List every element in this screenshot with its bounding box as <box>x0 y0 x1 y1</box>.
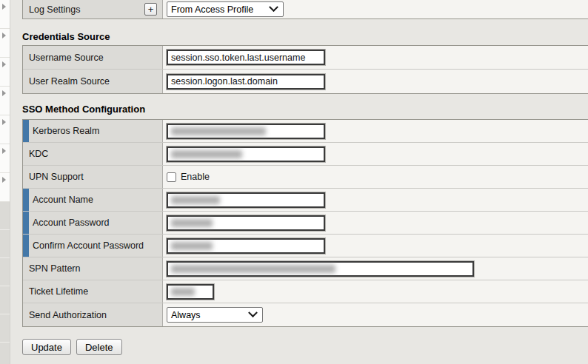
add-log-setting-button[interactable]: + <box>144 3 157 16</box>
confirm-account-password-label: Confirm Account Password <box>33 240 144 251</box>
upn-support-label-cell: UPN Support <box>23 166 163 188</box>
nav-item[interactable] <box>0 58 10 87</box>
confirm-account-password-value-cell <box>163 235 588 257</box>
nav-item[interactable] <box>0 343 10 364</box>
nav-expand-arrow-icon <box>2 119 6 125</box>
kdc-label: KDC <box>29 149 48 159</box>
send-authorization-row: Send Authorization Always <box>23 303 588 326</box>
ticket-lifetime-input[interactable] <box>167 284 214 300</box>
redacted-value <box>171 150 242 158</box>
username-source-label-cell: Username Source <box>23 46 163 69</box>
spn-pattern-label: SPN Pattern <box>29 263 80 274</box>
kdc-input[interactable] <box>167 146 325 162</box>
nav-item[interactable] <box>0 258 10 286</box>
ticket-lifetime-label: Ticket Lifetime <box>29 286 88 297</box>
kerberos-realm-label: Kerberos Realm <box>33 126 99 136</box>
account-name-label: Account Name <box>33 195 93 205</box>
enable-checkbox[interactable] <box>167 172 176 182</box>
nav-item[interactable] <box>0 0 10 29</box>
log-settings-select[interactable]: From Access Profile <box>167 1 284 17</box>
spn-pattern-row: SPN Pattern <box>23 257 588 280</box>
redacted-value <box>171 288 195 296</box>
credentials-source-title: Credentials Source <box>22 31 110 42</box>
account-password-label: Account Password <box>33 218 110 228</box>
send-authorization-label-cell: Send Authorization <box>23 303 163 326</box>
username-source-value-cell: session.sso.token.last.username <box>163 46 588 69</box>
log-settings-select-value: From Access Profile <box>171 4 253 15</box>
kerberos-realm-label-cell: Kerberos Realm <box>23 120 163 142</box>
account-password-input[interactable] <box>167 215 325 231</box>
ticket-lifetime-label-cell: Ticket Lifetime <box>23 280 163 303</box>
kerberos-realm-value-cell <box>163 120 588 142</box>
log-settings-label-cell: Log Settings + <box>23 0 163 18</box>
user-realm-source-row: User Realm Source session.logon.last.dom… <box>23 70 588 93</box>
log-settings-row: Log Settings + From Access Profile <box>22 0 588 19</box>
send-authorization-select[interactable]: Always <box>167 307 263 323</box>
sso-method-configuration-table: Kerberos Realm KDC UPN Support Enable <box>22 119 588 327</box>
confirm-account-password-label-cell: Confirm Account Password <box>23 235 163 257</box>
send-authorization-value-cell: Always <box>163 303 588 326</box>
nav-item[interactable] <box>0 230 10 258</box>
user-realm-source-value-cell: session.logon.last.domain <box>163 70 588 93</box>
chevron-down-icon <box>269 2 278 12</box>
required-indicator <box>23 212 29 234</box>
redacted-value <box>171 219 213 227</box>
enable-checkbox-label: Enable <box>181 172 210 182</box>
chevron-down-icon <box>248 308 258 317</box>
required-indicator <box>23 235 29 257</box>
confirm-account-password-input[interactable] <box>167 238 325 254</box>
account-name-value-cell <box>163 189 588 211</box>
nav-item[interactable] <box>0 173 10 202</box>
nav-item[interactable] <box>0 202 10 230</box>
collapsed-nav-strip <box>0 0 10 364</box>
nav-expand-arrow-icon <box>2 61 6 67</box>
account-name-input[interactable] <box>167 192 325 208</box>
account-name-label-cell: Account Name <box>23 189 163 211</box>
kdc-row: KDC <box>23 143 588 166</box>
nav-expand-arrow-icon <box>2 177 6 183</box>
nav-expand-arrow-icon <box>2 4 6 10</box>
log-settings-label: Log Settings <box>29 4 81 15</box>
settings-page: Log Settings + From Access Profile Crede… <box>0 0 588 364</box>
kerberos-realm-row: Kerberos Realm <box>23 120 588 143</box>
account-password-label-cell: Account Password <box>23 212 163 234</box>
nav-expand-arrow-icon <box>2 33 6 38</box>
account-name-row: Account Name <box>23 189 588 212</box>
upn-support-row: UPN Support Enable <box>23 166 588 189</box>
kdc-value-cell <box>163 143 588 165</box>
log-settings-value-cell: From Access Profile <box>163 0 588 18</box>
nav-item[interactable] <box>0 29 10 58</box>
account-password-row: Account Password <box>23 212 588 235</box>
kerberos-realm-input[interactable] <box>167 124 325 139</box>
account-password-value-cell <box>163 212 588 234</box>
send-authorization-select-value: Always <box>171 310 201 320</box>
delete-button[interactable]: Delete <box>76 339 122 355</box>
username-source-input[interactable]: session.sso.token.last.username <box>167 50 325 65</box>
send-authorization-label: Send Authorization <box>29 310 107 320</box>
spn-pattern-label-cell: SPN Pattern <box>23 257 163 280</box>
upn-support-value-cell: Enable <box>163 166 588 188</box>
redacted-value <box>171 196 220 204</box>
action-buttons: Update Delete <box>22 339 122 355</box>
nav-item[interactable] <box>0 87 10 115</box>
nav-item[interactable] <box>0 115 10 144</box>
nav-expand-arrow-icon <box>2 90 6 96</box>
upn-support-label: UPN Support <box>29 172 84 182</box>
nav-item[interactable] <box>0 144 10 173</box>
confirm-account-password-row: Confirm Account Password <box>23 235 588 257</box>
spn-pattern-input[interactable] <box>167 261 474 277</box>
sso-method-configuration-title: SSO Method Configuration <box>22 104 145 115</box>
user-realm-source-label: User Realm Source <box>29 76 110 87</box>
username-source-label: Username Source <box>29 53 104 63</box>
required-indicator <box>23 120 29 142</box>
credentials-source-table: Username Source session.sso.token.last.u… <box>22 45 588 94</box>
nav-item[interactable] <box>0 314 10 343</box>
nav-item[interactable] <box>0 286 10 314</box>
kdc-label-cell: KDC <box>23 143 163 165</box>
redacted-value <box>171 127 266 135</box>
update-button[interactable]: Update <box>22 339 71 355</box>
nav-expand-arrow-icon <box>2 148 6 154</box>
user-realm-source-label-cell: User Realm Source <box>23 70 163 93</box>
ticket-lifetime-row: Ticket Lifetime <box>23 280 588 303</box>
user-realm-source-input[interactable]: session.logon.last.domain <box>167 74 325 90</box>
